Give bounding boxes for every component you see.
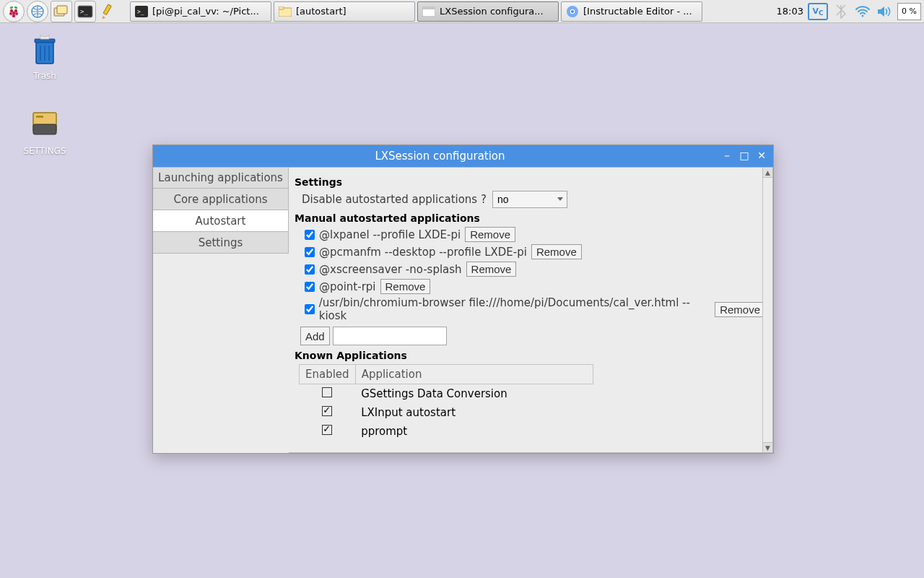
folder-icon — [279, 5, 292, 18]
globe-icon — [30, 4, 45, 19]
manual-item-label: @pcmanfm --desktop --profile LXDE-pi — [319, 246, 527, 259]
manual-item: @xscreensaver -no-splash Remove — [305, 262, 765, 277]
svg-marker-14 — [102, 16, 105, 19]
editor-launcher-icon[interactable] — [98, 1, 120, 22]
manual-item-checkbox[interactable] — [305, 264, 315, 275]
chromium-icon — [566, 5, 579, 18]
volume-icon[interactable] — [876, 3, 893, 20]
manual-heading: Manual autostarted applications — [295, 212, 765, 224]
desktop-icon-settings[interactable]: SETTINGS — [14, 108, 75, 156]
desktop-icon-label: SETTINGS — [14, 146, 75, 156]
task-lxsession[interactable]: LXSession configura... — [417, 1, 559, 22]
browser-launcher-icon[interactable] — [27, 1, 48, 22]
svg-rect-32 — [33, 124, 56, 134]
svg-point-4 — [15, 12, 18, 15]
svg-point-24 — [862, 14, 864, 17]
remove-button[interactable]: Remove — [531, 244, 582, 259]
svg-rect-27 — [35, 39, 55, 43]
card-icon — [27, 108, 62, 143]
table-row: pprompt — [300, 422, 593, 441]
scroll-up-icon[interactable]: ▲ — [763, 168, 772, 178]
task-label: [pi@pi_cal_vv: ~/Pict... — [152, 6, 259, 17]
col-enabled[interactable]: Enabled — [300, 365, 356, 384]
disable-autostart-label: Disable autostarted applications ? — [302, 193, 487, 206]
remove-button[interactable]: Remove — [715, 302, 765, 317]
wifi-icon[interactable] — [854, 3, 871, 20]
app-label: pprompt — [355, 422, 593, 441]
scrollbar[interactable]: ▲ ▼ — [762, 168, 772, 452]
col-application[interactable]: Application — [355, 365, 593, 384]
window-icon — [422, 5, 435, 18]
scroll-down-icon[interactable]: ▼ — [763, 442, 772, 452]
manual-item-label: @xscreensaver -no-splash — [319, 263, 462, 276]
manual-item-label: /usr/bin/chromium-browser file:///home/p… — [319, 296, 710, 322]
add-input[interactable] — [333, 327, 447, 345]
taskbar: >_ >_ [pi@pi_cal_vv: ~/Pict... [autostar… — [0, 0, 924, 23]
terminal-icon: >_ — [135, 5, 148, 18]
add-button[interactable]: Add — [300, 327, 330, 345]
svg-rect-33 — [36, 116, 43, 118]
remove-button[interactable]: Remove — [466, 262, 517, 277]
lxsession-window: LXSession configuration － □ ✕ Launching … — [152, 144, 774, 454]
manual-item: @lxpanel --profile LXDE-pi Remove — [305, 227, 765, 242]
pencil-icon — [101, 4, 117, 20]
svg-rect-10 — [57, 6, 67, 14]
task-terminal[interactable]: >_ [pi@pi_cal_vv: ~/Pict... — [130, 1, 271, 22]
cpu-usage[interactable]: 0 % — [897, 3, 921, 20]
svg-text:>_: >_ — [137, 9, 144, 15]
enable-checkbox[interactable] — [322, 406, 332, 416]
svg-rect-20 — [422, 7, 435, 9]
known-apps-table: Enabled Application GSettings Data Conve… — [299, 364, 593, 441]
menu-raspberry-icon[interactable] — [3, 1, 25, 22]
svg-point-2 — [12, 11, 15, 14]
window-title: LXSession configuration — [159, 150, 721, 163]
task-autostart[interactable]: [autostart] — [274, 1, 415, 22]
raspberry-icon — [6, 4, 21, 19]
manual-item-checkbox[interactable] — [305, 230, 315, 240]
content-pane: ▲ ▼ Settings Disable autostarted applica… — [289, 167, 773, 453]
tab-settings[interactable]: Settings — [153, 232, 289, 254]
desktop-icon-trash[interactable]: Trash — [14, 33, 75, 81]
desktop-icon-label: Trash — [14, 71, 75, 81]
manual-item-checkbox[interactable] — [305, 282, 315, 292]
svg-point-3 — [9, 12, 12, 15]
svg-point-5 — [12, 14, 15, 17]
manual-item: @pcmanfm --desktop --profile LXDE-pi Rem… — [305, 244, 765, 259]
manual-item-checkbox[interactable] — [305, 247, 315, 257]
known-heading: Known Applications — [295, 350, 765, 361]
svg-point-7 — [14, 6, 18, 9]
tab-launching-applications[interactable]: Launching applications — [153, 167, 289, 189]
tab-core-applications[interactable]: Core applications — [153, 189, 289, 210]
system-tray: 18:03 VC 0 % — [777, 3, 921, 20]
terminal-icon: >_ — [77, 5, 93, 18]
app-label: GSettings Data Conversion — [355, 384, 593, 404]
svg-point-23 — [571, 9, 574, 12]
vnc-icon[interactable]: VC — [808, 3, 828, 20]
svg-marker-25 — [878, 7, 884, 17]
tab-strip: Launching applications Core applications… — [153, 167, 289, 453]
manual-item-checkbox[interactable] — [305, 304, 315, 314]
minimize-button[interactable]: － — [721, 150, 733, 163]
remove-button[interactable]: Remove — [380, 279, 431, 294]
bluetooth-icon[interactable] — [832, 3, 850, 20]
terminal-launcher-icon[interactable]: >_ — [74, 1, 96, 22]
close-button[interactable]: ✕ — [756, 150, 767, 163]
maximize-button[interactable]: □ — [738, 150, 750, 163]
enable-checkbox[interactable] — [322, 387, 332, 397]
tab-autostart[interactable]: Autostart — [153, 210, 289, 232]
task-chromium[interactable]: [Instructable Editor - ... — [561, 1, 702, 22]
disable-autostart-select[interactable]: no — [492, 191, 567, 208]
task-label: [Instructable Editor - ... — [583, 6, 692, 17]
clock[interactable]: 18:03 — [777, 6, 803, 17]
enable-checkbox[interactable] — [322, 425, 332, 435]
svg-rect-18 — [279, 7, 284, 9]
svg-point-6 — [9, 6, 14, 9]
app-label: LXInput autostart — [355, 403, 593, 422]
titlebar[interactable]: LXSession configuration － □ ✕ — [153, 145, 773, 167]
remove-button[interactable]: Remove — [465, 227, 515, 242]
svg-text:>_: >_ — [80, 8, 88, 15]
manual-item-label: @point-rpi — [319, 280, 376, 293]
table-row: LXInput autostart — [300, 403, 593, 422]
task-label: LXSession configura... — [440, 6, 544, 17]
file-manager-launcher-icon[interactable] — [51, 1, 72, 22]
